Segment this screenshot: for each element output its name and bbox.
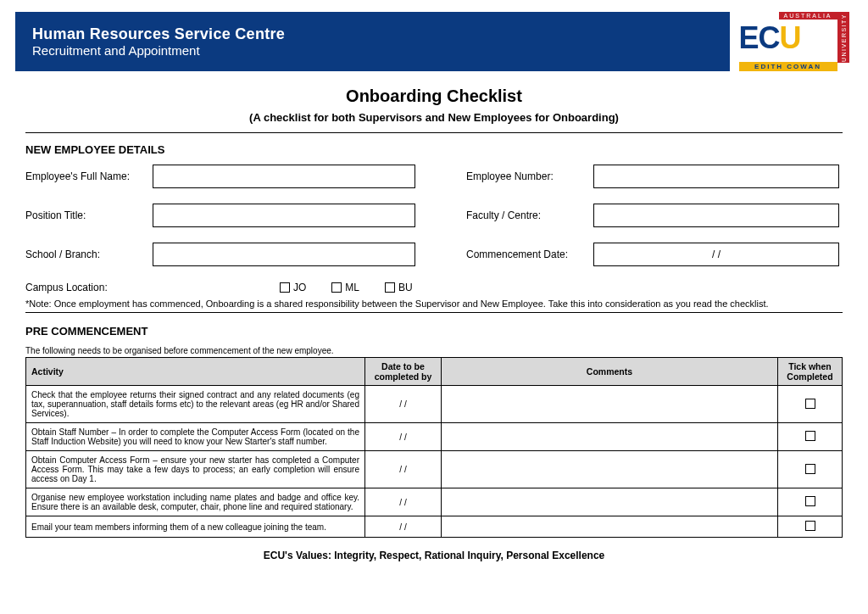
checkbox-icon <box>805 496 815 506</box>
banner-title: Human Resources Service Centre <box>32 25 713 43</box>
commencement-date-input[interactable]: / / <box>593 243 839 266</box>
comments-cell[interactable] <box>442 386 778 423</box>
table-row: Check that the employee returns their si… <box>26 386 843 423</box>
campus-ml-label: ML <box>345 282 359 293</box>
date-cell[interactable]: / / <box>365 516 442 538</box>
checklist-table: Activity Date to be completed by Comment… <box>25 357 843 538</box>
logo-ecu: ECU <box>739 20 801 56</box>
page-title: Onboarding Checklist <box>25 87 843 106</box>
ecu-logo: AUSTRALIA ECU UNIVERSITY EDITH COWAN <box>730 12 853 71</box>
date-cell[interactable]: / / <box>365 386 442 423</box>
col-activity: Activity <box>26 358 365 386</box>
header-banner: Human Resources Service Centre Recruitme… <box>15 12 853 71</box>
col-comments: Comments <box>442 358 778 386</box>
date-cell[interactable]: / / <box>365 451 442 488</box>
activity-cell: Obtain Computer Access Form – ensure you… <box>26 451 365 488</box>
banner-subtitle: Recruitment and Appointment <box>32 43 713 58</box>
banner-text-block: Human Resources Service Centre Recruitme… <box>15 12 730 71</box>
campus-jo-checkbox[interactable]: JO <box>280 282 306 293</box>
checkbox-icon <box>385 282 395 293</box>
pre-commencement-intro: The following needs to be organised befo… <box>25 346 843 355</box>
activity-cell: Email your team members informing them o… <box>26 516 365 538</box>
activity-cell: Obtain Staff Number – In order to comple… <box>26 423 365 451</box>
checkbox-icon <box>805 431 815 441</box>
comments-cell[interactable] <box>442 423 778 451</box>
title-rule <box>25 132 843 133</box>
col-date: Date to be completed by <box>365 358 442 386</box>
campus-bu-label: BU <box>398 282 413 293</box>
tick-cell[interactable] <box>778 451 843 488</box>
activity-cell: Check that the employee returns their si… <box>26 386 365 423</box>
table-row: Organise new employee workstation includ… <box>26 488 843 516</box>
date-cell[interactable]: / / <box>365 423 442 451</box>
footer-values: ECU's Values: Integrity, Respect, Ration… <box>25 550 843 561</box>
tick-cell[interactable] <box>778 423 843 451</box>
checkbox-icon <box>805 399 815 409</box>
employee-form: Employee's Full Name: Employee Number: P… <box>25 165 843 266</box>
position-title-input[interactable] <box>153 204 415 227</box>
shared-responsibility-note: *Note: Once employment has commenced, On… <box>25 299 843 313</box>
comments-cell[interactable] <box>442 451 778 488</box>
logo-university: UNIVERSITY <box>837 12 849 63</box>
logo-edith-cowan: EDITH COWAN <box>739 62 837 71</box>
col-tick: Tick when Completed <box>778 358 843 386</box>
full-name-input[interactable] <box>153 165 415 188</box>
logo-australia: AUSTRALIA <box>779 12 837 20</box>
date-cell[interactable]: / / <box>365 488 442 516</box>
page-subtitle: (A checklist for both Supervisors and Ne… <box>25 111 843 124</box>
tick-cell[interactable] <box>778 488 843 516</box>
school-branch-input[interactable] <box>153 243 415 266</box>
employee-number-input[interactable] <box>593 165 839 188</box>
tick-cell[interactable] <box>778 516 843 538</box>
section-employee-details: NEW EMPLOYEE DETAILS <box>25 143 843 156</box>
activity-cell: Organise new employee workstation includ… <box>26 488 365 516</box>
employee-number-label: Employee Number: <box>466 170 593 182</box>
checkbox-icon <box>331 282 342 293</box>
position-title-label: Position Title: <box>25 209 153 221</box>
table-row: Obtain Staff Number – In order to comple… <box>26 423 843 451</box>
campus-ml-checkbox[interactable]: ML <box>331 282 359 293</box>
comments-cell[interactable] <box>442 488 778 516</box>
campus-bu-checkbox[interactable]: BU <box>385 282 413 293</box>
checkbox-icon <box>805 521 815 531</box>
section-pre-commencement: PRE COMMENCEMENT <box>25 325 843 338</box>
commencement-date-label: Commencement Date: <box>466 248 593 260</box>
tick-cell[interactable] <box>778 386 843 423</box>
faculty-centre-input[interactable] <box>593 204 839 227</box>
checkbox-icon <box>805 464 815 474</box>
table-row: Email your team members informing them o… <box>26 516 843 538</box>
campus-jo-label: JO <box>293 282 306 293</box>
table-row: Obtain Computer Access Form – ensure you… <box>26 451 843 488</box>
school-branch-label: School / Branch: <box>25 248 153 260</box>
checkbox-icon <box>280 282 290 293</box>
faculty-centre-label: Faculty / Centre: <box>466 209 593 221</box>
campus-row: Campus Location: JO ML BU <box>25 282 843 293</box>
full-name-label: Employee's Full Name: <box>25 170 153 182</box>
campus-label: Campus Location: <box>25 282 153 293</box>
comments-cell[interactable] <box>442 516 778 538</box>
